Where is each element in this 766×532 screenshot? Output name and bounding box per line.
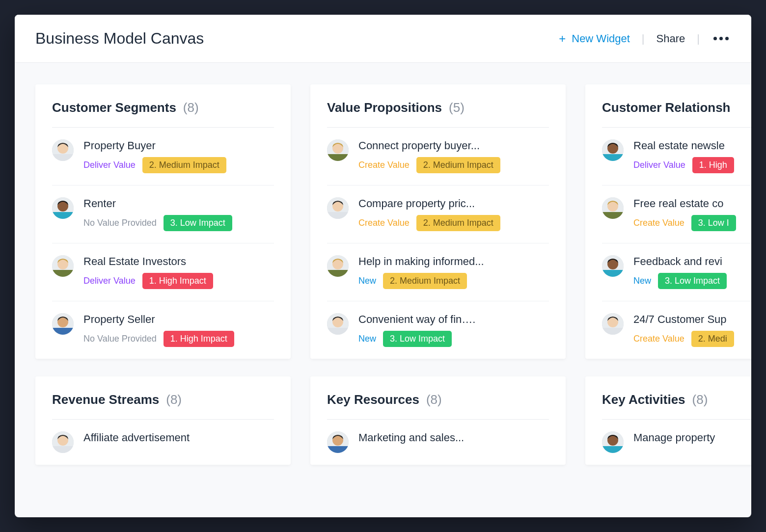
avatar	[602, 255, 624, 277]
card-count: (8)	[426, 392, 442, 407]
svg-rect-6	[52, 212, 74, 219]
value-tag: Deliver Value	[633, 160, 685, 170]
svg-rect-2	[52, 154, 74, 161]
impact-badge: 1. High	[692, 157, 734, 173]
list-item-title: 24/7 Customer Sup	[633, 313, 751, 326]
svg-rect-26	[327, 212, 349, 219]
card[interactable]: Key Resources(8) Marketing and sales...	[310, 376, 566, 465]
card[interactable]: Customer Segments(8) Property BuyerDeliv…	[35, 84, 291, 359]
avatar	[602, 313, 624, 335]
list-item[interactable]: Manage property	[602, 420, 751, 465]
avatar	[602, 197, 624, 219]
impact-badge: 2. Medium Impact	[416, 215, 500, 231]
card[interactable]: Value Propositions(5) Connect property b…	[310, 84, 566, 359]
list-item[interactable]: Help in making informed...New2. Medium I…	[327, 243, 549, 301]
svg-rect-34	[327, 328, 349, 335]
list-item-body: Feedback and reviNew3. Low Impact	[633, 255, 751, 289]
share-button[interactable]: Share	[657, 32, 685, 45]
svg-rect-46	[602, 212, 624, 219]
more-button[interactable]	[711, 35, 731, 42]
list-item-meta: Create Value2. Medium Impact	[358, 215, 549, 231]
list-item-body: Manage property	[633, 431, 751, 449]
value-tag: Create Value	[633, 334, 684, 344]
avatar	[52, 255, 74, 277]
list-item-title: Connect property buyer...	[358, 139, 549, 152]
avatar	[602, 431, 624, 453]
svg-rect-38	[327, 446, 349, 453]
value-tag: No Value Provided	[83, 218, 157, 228]
card-title: Customer Segments	[52, 100, 176, 115]
list-item-title: Affiliate advertisement	[83, 431, 274, 444]
board-column: Customer Relationsh Real estate newsleDe…	[585, 84, 751, 517]
list-item-meta: No Value Provided1. High Impact	[83, 331, 274, 347]
svg-rect-22	[327, 154, 349, 161]
list-item[interactable]: Marketing and sales...	[327, 420, 549, 465]
card-title: Revenue Streams	[52, 392, 159, 407]
divider: |	[697, 32, 700, 45]
list-item-title: Manage property	[633, 431, 751, 444]
card[interactable]: Key Activities(8) Manage property	[585, 376, 751, 465]
impact-badge: 2. Medium Impact	[416, 157, 500, 173]
dot-icon	[719, 37, 723, 40]
board-column: Customer Segments(8) Property BuyerDeliv…	[35, 84, 291, 517]
avatar	[327, 431, 349, 453]
impact-badge: 1. High Impact	[164, 331, 234, 347]
svg-rect-54	[602, 328, 624, 335]
card-header: Key Activities(8)	[602, 392, 751, 420]
list-item-meta: Deliver Value1. High	[633, 157, 751, 173]
card-count: (8)	[183, 100, 199, 115]
divider: |	[642, 32, 645, 45]
list-item[interactable]: Convenient way of fin….New3. Low Impact	[327, 301, 549, 359]
list-item-body: Marketing and sales...	[358, 431, 549, 449]
card[interactable]: Revenue Streams(8) Affiliate advertiseme…	[35, 376, 291, 465]
avatar	[52, 431, 74, 453]
impact-badge: 3. Low Impact	[658, 273, 727, 289]
card[interactable]: Customer Relationsh Real estate newsleDe…	[585, 84, 751, 359]
list-item-body: Property SellerNo Value Provided1. High …	[83, 313, 274, 347]
list-item-body: RenterNo Value Provided3. Low Impact	[83, 197, 274, 231]
list-item-body: Convenient way of fin….New3. Low Impact	[358, 313, 549, 347]
app-window: Business Model Canvas + New Widget | Sha…	[15, 15, 751, 517]
list-item[interactable]: Property SellerNo Value Provided1. High …	[52, 301, 274, 359]
list-item[interactable]: Free real estate coCreate Value3. Low I	[602, 186, 751, 243]
list-item[interactable]: Compare property pric...Create Value2. M…	[327, 186, 549, 243]
list-item[interactable]: Property BuyerDeliver Value2. Medium Imp…	[52, 128, 274, 186]
list-item-meta: New3. Low Impact	[633, 273, 751, 289]
card-count: (8)	[692, 392, 708, 407]
card-title: Value Propositions	[327, 100, 442, 115]
list-item-title: Real Estate Investors	[83, 255, 274, 268]
list-item[interactable]: RenterNo Value Provided3. Low Impact	[52, 186, 274, 243]
svg-rect-18	[52, 446, 74, 453]
svg-rect-10	[52, 270, 74, 277]
svg-rect-14	[52, 328, 74, 335]
value-tag: New	[633, 276, 651, 286]
list-item[interactable]: Connect property buyer...Create Value2. …	[327, 128, 549, 186]
value-tag: Create Value	[358, 160, 410, 170]
new-widget-button[interactable]: + New Widget	[559, 32, 630, 45]
list-item[interactable]: Feedback and reviNew3. Low Impact	[602, 243, 751, 301]
impact-badge: 3. Low I	[691, 215, 736, 231]
list-item-title: Property Seller	[83, 313, 274, 326]
board-column: Value Propositions(5) Connect property b…	[310, 84, 566, 517]
list-item-meta: Create Value2. Medi	[633, 331, 751, 347]
value-tag: New	[358, 334, 376, 344]
header: Business Model Canvas + New Widget | Sha…	[15, 15, 751, 63]
list-item[interactable]: Real estate newsleDeliver Value1. High	[602, 128, 751, 186]
new-widget-label: New Widget	[572, 32, 630, 45]
card-header: Key Resources(8)	[327, 392, 549, 420]
list-item[interactable]: Real Estate InvestorsDeliver Value1. Hig…	[52, 243, 274, 301]
svg-rect-42	[602, 154, 624, 161]
header-actions: + New Widget | Share |	[559, 32, 731, 45]
card-title: Key Activities	[602, 392, 685, 407]
list-item-meta: Deliver Value1. High Impact	[83, 273, 274, 289]
list-item-body: Help in making informed...New2. Medium I…	[358, 255, 549, 289]
list-item-body: Property BuyerDeliver Value2. Medium Imp…	[83, 139, 274, 173]
list-item[interactable]: 24/7 Customer SupCreate Value2. Medi	[602, 301, 751, 359]
impact-badge: 2. Medi	[691, 331, 734, 347]
value-tag: Create Value	[358, 218, 410, 228]
svg-rect-30	[327, 270, 349, 277]
avatar	[52, 139, 74, 161]
value-tag: No Value Provided	[83, 334, 157, 344]
avatar	[52, 197, 74, 219]
list-item[interactable]: Affiliate advertisement	[52, 420, 274, 465]
